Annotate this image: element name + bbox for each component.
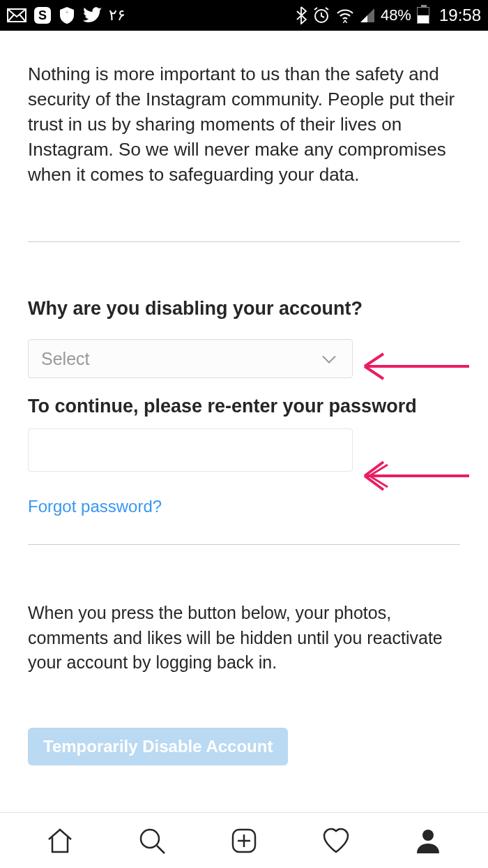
disclaimer-text: When you press the button below, your ph… — [28, 601, 460, 675]
skype-icon: S — [33, 6, 52, 24]
svg-text:S: S — [38, 8, 47, 22]
notification-count: ۲۶ — [109, 6, 125, 24]
twitter-icon — [82, 7, 102, 24]
clock-time: 19:58 — [439, 6, 481, 25]
forgot-password-link[interactable]: Forgot password? — [28, 497, 162, 516]
mail-icon — [7, 8, 26, 22]
status-bar: S ۲۶ 48% 19:58 — [0, 0, 488, 31]
reenter-password-heading: To continue, please re-enter your passwo… — [28, 395, 460, 419]
battery-percent: 48% — [381, 6, 411, 24]
wifi-icon — [336, 8, 354, 23]
divider — [28, 241, 460, 242]
svg-point-4 — [344, 20, 346, 22]
temporarily-disable-button[interactable]: Temporarily Disable Account — [28, 728, 288, 765]
divider — [28, 544, 460, 545]
battery-icon — [417, 7, 429, 24]
reason-select[interactable]: Select — [28, 339, 353, 378]
nav-home-icon[interactable] — [39, 820, 81, 862]
bluetooth-icon — [296, 6, 307, 24]
chevron-down-icon — [321, 349, 337, 369]
nav-search-icon[interactable] — [131, 820, 173, 862]
reason-select-placeholder: Select — [41, 349, 89, 369]
svg-point-7 — [422, 830, 434, 841]
nav-add-icon[interactable] — [223, 820, 265, 862]
password-input[interactable] — [28, 428, 353, 472]
svg-point-5 — [141, 830, 159, 848]
main-content: Nothing is more important to us than the… — [0, 31, 488, 765]
bottom-nav — [0, 812, 488, 868]
nav-activity-icon[interactable] — [315, 820, 357, 862]
shield-icon — [59, 6, 75, 24]
signal-icon — [360, 8, 375, 23]
nav-profile-icon[interactable] — [407, 820, 449, 862]
why-heading: Why are you disabling your account? — [28, 298, 460, 320]
intro-text: Nothing is more important to us than the… — [28, 62, 460, 187]
alarm-icon — [312, 6, 330, 24]
